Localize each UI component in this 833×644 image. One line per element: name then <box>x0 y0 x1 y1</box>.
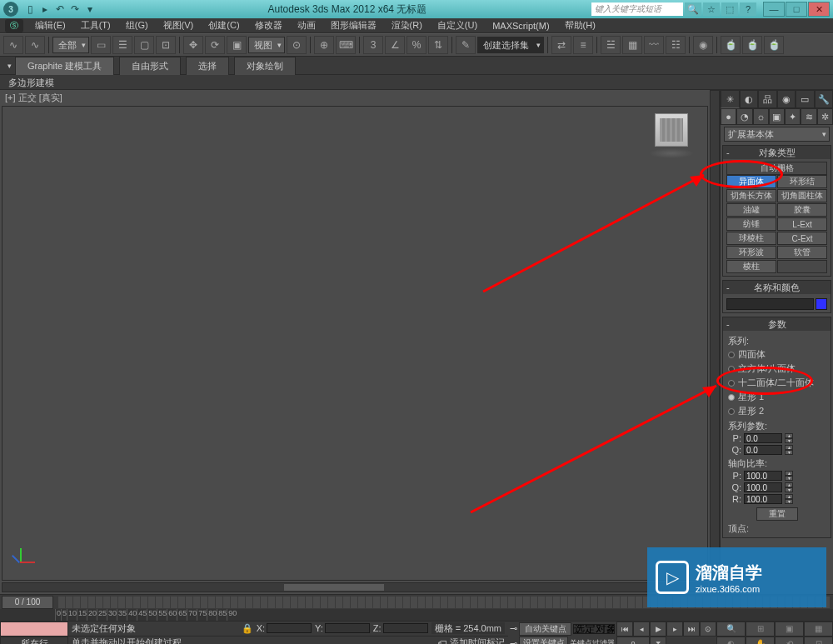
time-slider[interactable]: 0 / 100 <box>2 596 53 609</box>
subtab-geometry-icon[interactable]: ● <box>721 108 736 125</box>
coord-z-input[interactable] <box>383 623 428 633</box>
radio-dodec-icos[interactable]: 十二面体/二十面体 <box>726 376 827 390</box>
autokey-button[interactable]: 自动关键点 <box>519 622 571 636</box>
setkey-button[interactable]: 设置关键点 <box>519 637 568 644</box>
btn-oiltank[interactable]: 油罐 <box>726 203 776 217</box>
set-key-icon[interactable]: ⊸ <box>510 638 517 644</box>
menu-edit[interactable]: 编辑(E) <box>28 19 72 32</box>
maximize-button[interactable]: □ <box>786 2 807 17</box>
btn-hedra[interactable]: 异面体 <box>726 175 776 188</box>
btn-capsule[interactable]: 胶囊 <box>777 203 827 217</box>
align-icon[interactable]: ≡ <box>573 36 593 54</box>
help-icon[interactable]: ? <box>740 2 756 16</box>
pan-icon[interactable]: ✋ <box>746 637 775 645</box>
time-tag-icon[interactable]: 🏷 <box>437 638 446 644</box>
viewcube[interactable] <box>649 113 694 163</box>
mirror-icon[interactable]: ⇄ <box>551 36 571 54</box>
current-frame-input[interactable]: 0 <box>616 637 650 644</box>
spinner-p-input[interactable]: 0.0 <box>744 433 782 443</box>
radio-cube-octa[interactable]: 立方体/八面体 <box>726 362 827 376</box>
ribbon-tab-selection[interactable]: 选择 <box>186 57 229 75</box>
menu-create[interactable]: 创建(C) <box>202 19 246 32</box>
coord-x-input[interactable] <box>267 623 312 633</box>
qa-dropdown-icon[interactable]: ▾ <box>83 2 97 16</box>
search-go-icon[interactable]: 🔍 <box>685 2 701 16</box>
ribbon-tab-freeform[interactable]: 自由形式 <box>119 57 181 75</box>
menu-help[interactable]: 帮助(H) <box>558 19 602 32</box>
selection-filter-combo[interactable]: 全部 <box>52 37 89 53</box>
viewport-hscroll[interactable] <box>2 582 708 592</box>
layer-manager-icon[interactable]: ☱ <box>601 36 621 54</box>
btn-torus-knot[interactable]: 环形结 <box>777 175 827 188</box>
viewport-vscroll[interactable] <box>710 90 720 594</box>
spinner-axis-p-input[interactable]: 100.0 <box>744 471 782 481</box>
geometry-category-combo[interactable]: 扩展基本体 <box>724 127 830 142</box>
prev-frame-icon[interactable]: ◂ <box>633 622 650 637</box>
unlink-icon[interactable]: ∿ <box>25 36 45 54</box>
rollout-head-namecolor[interactable]: 名称和颜色 <box>723 281 831 294</box>
panel-tab-motion-icon[interactable]: ◉ <box>777 90 796 108</box>
rotate-icon[interactable]: ⟳ <box>205 36 225 54</box>
subtab-spacewarps-icon[interactable]: ≋ <box>801 108 816 125</box>
move-icon[interactable]: ✥ <box>183 36 203 54</box>
panel-tab-hierarchy-icon[interactable]: 品 <box>758 90 777 108</box>
link-icon[interactable]: ∿ <box>3 36 23 54</box>
spinner-axis-q-input[interactable]: 100.0 <box>744 482 782 492</box>
material-editor-icon[interactable]: ◉ <box>693 36 713 54</box>
subtab-shapes-icon[interactable]: ◔ <box>736 108 752 125</box>
menu-tools[interactable]: 工具(T) <box>74 19 117 32</box>
object-color-swatch[interactable] <box>816 298 827 310</box>
ribbon-tab-objectpaint[interactable]: 对象绘制 <box>234 57 296 75</box>
use-center-icon[interactable]: ⊙ <box>287 36 307 54</box>
btn-chamfercyl[interactable]: 切角圆柱体 <box>777 189 827 202</box>
btn-ringwave[interactable]: 环形波 <box>726 246 776 259</box>
zoom-all-icon[interactable]: ⊞ <box>746 622 775 637</box>
subtab-helpers-icon[interactable]: ✦ <box>785 108 801 125</box>
menu-customize[interactable]: 自定义(U) <box>431 19 484 32</box>
zoom-icon[interactable]: 🔍 <box>716 622 746 637</box>
play-icon[interactable]: ▶ <box>650 622 666 637</box>
fov-icon[interactable]: ◐ <box>716 637 746 645</box>
btn-c-ext[interactable]: C-Ext <box>777 232 827 245</box>
maximize-viewport-icon[interactable]: ⊡ <box>804 637 833 645</box>
rollout-head-objtype[interactable]: 对象类型 <box>723 146 831 159</box>
viewport[interactable] <box>2 106 708 581</box>
application-menu-icon[interactable]: ⓢ <box>5 19 23 32</box>
btn-l-ext[interactable]: L-Ext <box>777 217 827 231</box>
autogrid-checkbox[interactable]: 自动栅格 <box>726 162 827 175</box>
close-button[interactable]: ✕ <box>808 2 830 17</box>
edit-selection-set-icon[interactable]: ✎ <box>456 36 476 54</box>
exchange-icon[interactable]: ⬚ <box>721 2 738 16</box>
panel-tab-create-icon[interactable]: ✳ <box>721 90 740 108</box>
menu-group[interactable]: 组(G) <box>119 19 155 32</box>
named-selection-combo[interactable]: 创建选择集 <box>477 37 544 53</box>
qa-open-icon[interactable]: ▸ <box>38 2 52 16</box>
btn-gengon[interactable]: 球棱柱 <box>726 232 776 245</box>
select-region-icon[interactable]: ▢ <box>134 36 154 54</box>
graphite-icon[interactable]: ▦ <box>622 36 642 54</box>
panel-tab-display-icon[interactable]: ▭ <box>796 90 815 108</box>
menu-maxscript[interactable]: MAXScript(M) <box>486 21 556 31</box>
reset-button[interactable]: 重置 <box>756 507 798 521</box>
add-time-tag[interactable]: 添加时间标记 <box>450 637 505 644</box>
select-object-icon[interactable]: ▭ <box>91 36 111 54</box>
radio-tetra[interactable]: 四面体 <box>726 347 827 362</box>
select-by-name-icon[interactable]: ☰ <box>112 36 132 54</box>
render-icon[interactable]: 🍵 <box>764 36 784 54</box>
btn-hose[interactable]: 软管 <box>777 246 827 259</box>
window-crossing-icon[interactable]: ⊡ <box>156 36 176 54</box>
percent-snap-icon[interactable]: % <box>407 36 426 54</box>
menu-grapheditors[interactable]: 图形编辑器 <box>324 19 383 32</box>
rollout-head-params[interactable]: 参数 <box>723 317 831 331</box>
btn-prism[interactable]: 棱柱 <box>726 260 776 273</box>
schematic-view-icon[interactable]: ☷ <box>666 36 686 54</box>
render-setup-icon[interactable]: 🍵 <box>721 36 741 54</box>
panel-tab-utilities-icon[interactable]: 🔧 <box>815 90 834 108</box>
time-config-icon[interactable]: ⧗ <box>650 637 666 644</box>
qa-undo-icon[interactable]: ↷ <box>68 2 82 16</box>
zoom-extents-icon[interactable]: ▣ <box>775 622 804 637</box>
spinner-q-input[interactable]: 0.0 <box>744 445 782 455</box>
spin-down-icon[interactable]: ▾ <box>785 438 793 443</box>
viewcube-cube-icon[interactable] <box>655 113 688 147</box>
panel-tab-modify-icon[interactable]: ◐ <box>740 90 759 108</box>
